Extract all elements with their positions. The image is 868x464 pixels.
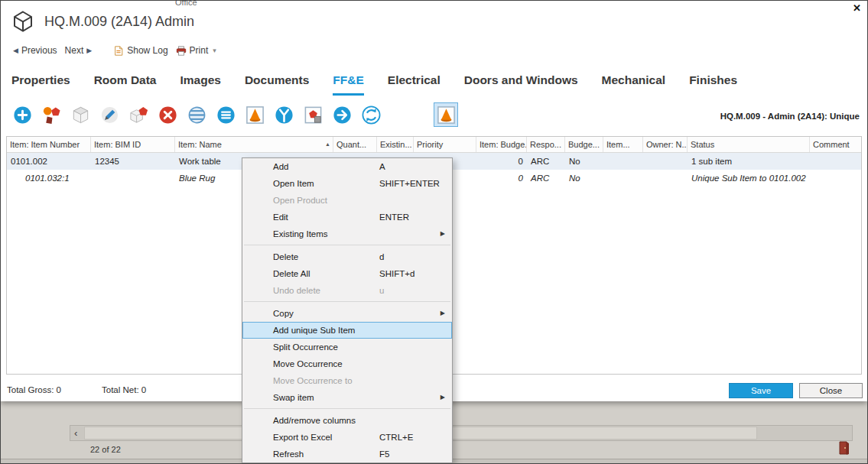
box-red-shape-icon[interactable] — [301, 102, 325, 127]
cell: No — [565, 153, 603, 170]
context-menu-item[interactable]: Delete AllSHIFT+d — [242, 265, 452, 282]
context-menu-item[interactable]: Open ItemSHIFT+ENTER — [242, 175, 452, 192]
column-header[interactable]: Quant... — [333, 137, 377, 152]
menu-item-label: Move Occurrence to — [273, 376, 353, 385]
caret-down-icon: ▾ — [213, 47, 216, 54]
menu-item-shortcut: SHIFT+d — [379, 265, 414, 282]
column-label: Item: Name — [178, 140, 222, 149]
tab-electrical[interactable]: Electrical — [388, 73, 441, 96]
context-menu-item[interactable]: Split Occurrence — [242, 339, 452, 355]
menu-item-shortcut: ENTER — [379, 209, 409, 226]
save-button[interactable]: Save — [729, 383, 793, 398]
y-branch-circle-icon[interactable] — [271, 102, 296, 127]
context-menu-item[interactable]: Swap item▶ — [242, 389, 452, 406]
door-icon — [838, 441, 850, 455]
context-menu-item[interactable]: Existing Items▶ — [242, 226, 452, 242]
app-logo-icon — [11, 10, 34, 33]
cell: Unique Sub Item to 0101.002 — [688, 170, 810, 187]
context-menu-item[interactable]: Export to ExcelCTRL+E — [242, 429, 452, 446]
tab-images[interactable]: Images — [180, 73, 221, 96]
column-header[interactable]: Item... — [603, 137, 643, 152]
menu-separator — [242, 299, 452, 305]
cell: 12345 — [91, 153, 175, 170]
column-header[interactable]: Existin... — [377, 137, 414, 152]
tab-doors-and-windows[interactable]: Doors and Windows — [464, 73, 578, 96]
context-menu-item[interactable]: Add unique Sub Item — [242, 322, 452, 339]
arrow-right-circle-icon[interactable] — [330, 102, 354, 127]
menu-item-label: Move Occurrence — [273, 359, 343, 368]
delete-circle-icon[interactable] — [155, 102, 180, 127]
cell — [643, 170, 688, 187]
context-menu-item[interactable]: EditENTER — [242, 209, 452, 226]
submenu-arrow-icon: ▶ — [441, 389, 445, 406]
context-menu-item[interactable]: AddA — [242, 158, 452, 175]
scroll-left-icon[interactable]: ‹ — [74, 427, 77, 440]
horizontal-scrollbar[interactable]: ‹ — [70, 425, 853, 441]
context-menu-item[interactable]: Add/remove columns — [242, 412, 452, 429]
table-header: Item: Item NumberItem: BIM IDItem: Name▲… — [7, 137, 861, 153]
tab-finishes[interactable]: Finishes — [689, 73, 737, 96]
context-menu-item[interactable]: Move Occurrence — [242, 355, 452, 372]
column-header[interactable]: Item: BIM ID — [91, 137, 175, 152]
column-label: Comment — [813, 140, 850, 149]
package-red-shape-icon[interactable] — [126, 102, 151, 127]
column-header[interactable]: Item: Item Number — [7, 137, 91, 152]
previous-button[interactable]: ◀ Previous — [13, 45, 57, 56]
menu-item-shortcut: F5 — [379, 446, 389, 462]
column-header[interactable]: Owner: N... — [643, 137, 688, 152]
column-header[interactable]: Budge... — [565, 137, 603, 152]
menu-item-label: Existing Items — [273, 229, 328, 238]
tab-bar: PropertiesRoom DataImagesDocumentsFF&EEl… — [11, 67, 860, 96]
package-icon[interactable] — [68, 102, 93, 127]
striped-sphere-icon[interactable] — [184, 102, 209, 127]
menu-item-shortcut: u — [379, 282, 384, 299]
cell — [603, 170, 643, 187]
total-gross-label: Total Gross: 0 — [7, 385, 61, 394]
cone-box-icon[interactable] — [434, 102, 458, 127]
list-circle-icon[interactable] — [213, 102, 238, 127]
column-label: Budge... — [568, 140, 600, 149]
context-menu-item[interactable]: Copy▶ — [242, 305, 452, 322]
next-button[interactable]: Next ▶ — [65, 45, 93, 56]
tab-ff-e[interactable]: FF&E — [333, 73, 363, 96]
column-header[interactable]: Respo... — [527, 137, 565, 152]
title-bar: HQ.M.009 (2A14) Admin — [11, 8, 194, 34]
column-header[interactable]: Item: Name▲ — [175, 137, 333, 152]
context-menu-item[interactable]: Deleted — [242, 248, 452, 265]
menu-item-label: Delete — [273, 252, 298, 261]
cell — [643, 153, 688, 170]
sort-ascending-icon: ▲ — [325, 137, 330, 152]
geometry-shapes-icon[interactable] — [39, 102, 63, 127]
menu-separator — [242, 406, 452, 412]
tab-room-data[interactable]: Room Data — [94, 73, 157, 96]
column-header[interactable]: Status — [688, 137, 810, 152]
tab-properties[interactable]: Properties — [11, 73, 70, 96]
column-header[interactable]: Priority — [414, 137, 476, 152]
edit-pencil-icon[interactable] — [97, 102, 122, 127]
background-window-text: Office — [175, 1, 197, 5]
add-circle-icon[interactable] — [10, 102, 34, 127]
toolbar-row: HQ.M.009 - Admin (2A14): Unique — [1, 100, 867, 132]
menu-item-label: Add unique Sub Item — [273, 326, 355, 335]
cone-box-icon[interactable] — [242, 102, 267, 127]
column-header[interactable]: Item: Budge... — [476, 137, 527, 152]
context-menu: AddAOpen ItemSHIFT+ENTEROpen ProductEdit… — [242, 157, 453, 463]
tab-mechanical[interactable]: Mechanical — [602, 73, 666, 96]
cell: 0101.002 — [7, 153, 91, 170]
context-menu-item[interactable]: RefreshF5 — [242, 446, 452, 462]
close-button[interactable]: Close — [799, 383, 863, 398]
tab-documents[interactable]: Documents — [245, 73, 309, 96]
cell — [810, 170, 862, 187]
sync-arrows-icon[interactable] — [359, 102, 383, 127]
column-label: Item: BIM ID — [94, 140, 141, 149]
print-button[interactable]: Print ▾ — [176, 45, 216, 57]
cell: 0 — [476, 170, 527, 187]
next-icon: ▶ — [86, 47, 92, 54]
cell — [91, 170, 175, 187]
menu-item-label: Undo delete — [273, 286, 320, 295]
cell: No — [565, 170, 603, 187]
close-icon[interactable]: ✕ — [853, 2, 861, 14]
show-log-button[interactable]: Show Log — [113, 45, 167, 57]
column-header[interactable]: Comment — [810, 137, 862, 152]
print-label: Print — [190, 45, 209, 56]
